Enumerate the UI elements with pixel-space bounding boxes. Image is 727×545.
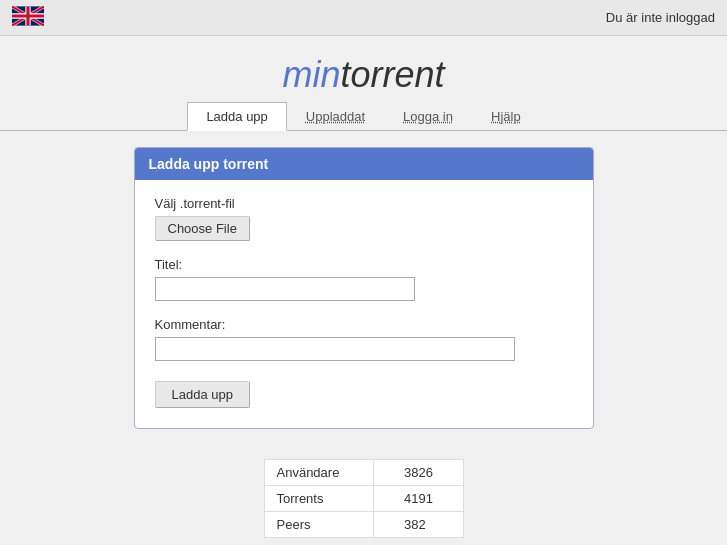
stats-value: 4191 — [373, 486, 463, 512]
upload-box: Ladda upp torrent Välj .torrent-fil Choo… — [134, 147, 594, 429]
topbar: Du är inte inloggad — [0, 0, 727, 36]
comment-label: Kommentar: — [155, 317, 573, 332]
site-logo: mintorrent — [282, 54, 444, 95]
main-nav: Ladda upp Uppladdat Logga in Hjälp — [0, 102, 727, 131]
title-input[interactable] — [155, 277, 415, 301]
stats-value: 382 — [373, 512, 463, 538]
stats-label: Användare — [264, 460, 373, 486]
submit-button[interactable]: Ladda upp — [155, 381, 250, 408]
stats-value: 3826 — [373, 460, 463, 486]
stats-row: Peers382 — [264, 512, 463, 538]
file-label: Välj .torrent-fil — [155, 196, 573, 211]
stats-body: Användare3826Torrents4191Peers382 — [264, 460, 463, 538]
logo-min: min — [282, 54, 340, 95]
main-content: Ladda upp torrent Välj .torrent-fil Choo… — [0, 147, 727, 538]
logo-area: mintorrent — [0, 36, 727, 102]
upload-box-body: Välj .torrent-fil Choose File Titel: Kom… — [135, 180, 593, 428]
comment-input[interactable] — [155, 337, 515, 361]
file-group: Välj .torrent-fil Choose File — [155, 196, 573, 241]
tab-uppladdat[interactable]: Uppladdat — [287, 102, 384, 131]
stats-label: Torrents — [264, 486, 373, 512]
logo-torrent: torrent — [340, 54, 444, 95]
stats-table: Användare3826Torrents4191Peers382 — [264, 459, 464, 538]
flag-icon — [12, 6, 44, 29]
choose-file-button[interactable]: Choose File — [155, 216, 250, 241]
title-label: Titel: — [155, 257, 573, 272]
stats-label: Peers — [264, 512, 373, 538]
upload-box-header: Ladda upp torrent — [135, 148, 593, 180]
stats-row: Torrents4191 — [264, 486, 463, 512]
tab-logga-in[interactable]: Logga in — [384, 102, 472, 131]
comment-group: Kommentar: — [155, 317, 573, 361]
login-status: Du är inte inloggad — [606, 10, 715, 25]
tab-hjalp[interactable]: Hjälp — [472, 102, 540, 131]
tab-ladda-upp[interactable]: Ladda upp — [187, 102, 286, 131]
title-group: Titel: — [155, 257, 573, 301]
stats-row: Användare3826 — [264, 460, 463, 486]
